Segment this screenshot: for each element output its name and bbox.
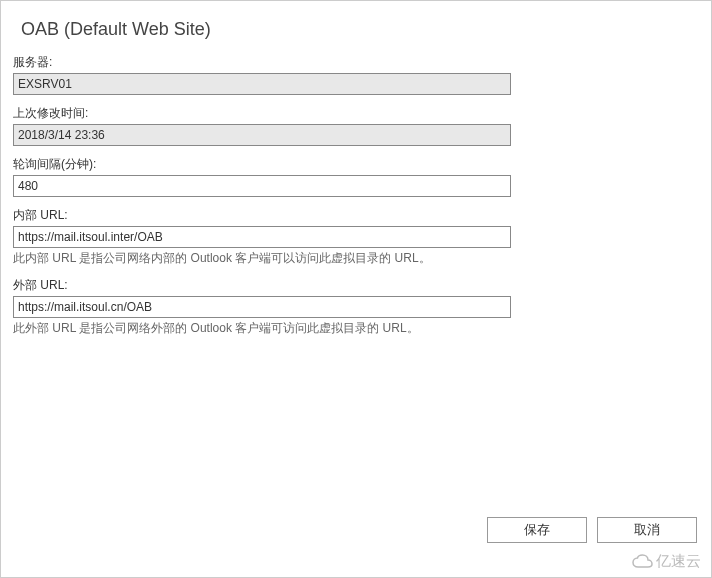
last-modified-field-group: 上次修改时间: [13, 105, 699, 146]
window-header: OAB (Default Web Site) [1, 1, 711, 54]
external-url-input[interactable] [13, 296, 511, 318]
internal-url-field-group: 内部 URL: 此内部 URL 是指公司网络内部的 Outlook 客户端可以访… [13, 207, 699, 267]
internal-url-input[interactable] [13, 226, 511, 248]
external-url-field-group: 外部 URL: 此外部 URL 是指公司网络外部的 Outlook 客户端可访问… [13, 277, 699, 337]
external-url-label: 外部 URL: [13, 277, 699, 294]
server-label: 服务器: [13, 54, 699, 71]
page-title: OAB (Default Web Site) [21, 19, 691, 40]
polling-interval-input[interactable] [13, 175, 511, 197]
server-input [13, 73, 511, 95]
internal-url-help: 此内部 URL 是指公司网络内部的 Outlook 客户端可以访问此虚拟目录的 … [13, 250, 699, 267]
last-modified-label: 上次修改时间: [13, 105, 699, 122]
watermark: 亿速云 [632, 552, 701, 571]
server-field-group: 服务器: [13, 54, 699, 95]
polling-interval-label: 轮询间隔(分钟): [13, 156, 699, 173]
last-modified-input [13, 124, 511, 146]
external-url-help: 此外部 URL 是指公司网络外部的 Outlook 客户端可访问此虚拟目录的 U… [13, 320, 699, 337]
footer-buttons: 保存 取消 [487, 517, 697, 543]
watermark-text: 亿速云 [656, 552, 701, 571]
internal-url-label: 内部 URL: [13, 207, 699, 224]
polling-interval-field-group: 轮询间隔(分钟): [13, 156, 699, 197]
save-button[interactable]: 保存 [487, 517, 587, 543]
form-content: 服务器: 上次修改时间: 轮询间隔(分钟): 内部 URL: 此内部 URL 是… [1, 54, 711, 337]
cancel-button[interactable]: 取消 [597, 517, 697, 543]
cloud-icon [632, 554, 654, 570]
